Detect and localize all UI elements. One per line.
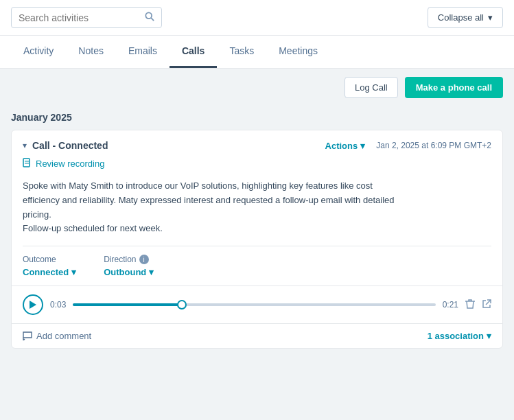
outcome-row: Outcome Connected ▾ Direction i Outbound… — [12, 246, 502, 285]
review-recording-link[interactable]: Review recording — [12, 158, 502, 176]
notes-line-4: Follow-up scheduled for next week. — [23, 222, 491, 236]
outcome-group: Outcome Connected ▾ — [23, 255, 76, 277]
tabs-bar: Activity Notes Emails Calls Tasks Meetin… — [0, 36, 514, 69]
audio-time-start: 0:03 — [50, 300, 66, 310]
collapse-all-button[interactable]: Collapse all ▾ — [428, 7, 503, 28]
tab-meetings[interactable]: Meetings — [266, 36, 330, 68]
search-input[interactable] — [19, 12, 141, 23]
top-bar: Collapse all ▾ — [0, 0, 514, 36]
outcome-value-text: Connected — [23, 267, 69, 277]
log-call-button[interactable]: Log Call — [344, 77, 398, 98]
card-header: ▾ Call - Connected Actions ▾ Jan 2, 2025… — [12, 130, 502, 158]
audio-actions — [465, 299, 491, 312]
tab-notes[interactable]: Notes — [66, 36, 116, 68]
section-title: January 2025 — [0, 106, 514, 130]
direction-dropdown[interactable]: Outbound ▾ — [104, 267, 154, 277]
collapse-all-label: Collapse all — [438, 12, 484, 23]
tab-activity[interactable]: Activity — [11, 36, 66, 68]
association-text: 1 association — [428, 331, 484, 341]
direction-group: Direction i Outbound ▾ — [104, 255, 154, 277]
call-notes: Spoke with Maty Smith to introduce our V… — [12, 176, 502, 246]
svg-line-1 — [151, 18, 154, 21]
actions-button[interactable]: Actions ▾ — [325, 141, 366, 151]
card-footer: Add comment 1 association ▾ — [12, 323, 502, 348]
card-title-left: ▾ Call - Connected — [23, 140, 108, 151]
direction-label: Direction — [104, 255, 136, 264]
card-date: Jan 2, 2025 at 6:09 PM GMT+2 — [376, 141, 491, 150]
play-button[interactable] — [23, 294, 43, 315]
audio-progress-fill — [73, 303, 181, 306]
card-expand-icon[interactable]: ▾ — [23, 141, 27, 150]
svg-rect-2 — [23, 159, 30, 167]
association-chevron-icon: ▾ — [487, 331, 491, 341]
audio-time-end: 0:21 — [443, 300, 458, 310]
audio-progress-bar[interactable] — [73, 303, 435, 306]
direction-value-text: Outbound — [104, 267, 146, 277]
outcome-chevron-icon: ▾ — [71, 267, 76, 277]
svg-marker-5 — [30, 301, 36, 309]
make-phone-call-button[interactable]: Make a phone call — [405, 77, 503, 98]
tab-emails[interactable]: Emails — [116, 36, 170, 68]
notes-line-1: Spoke with Maty Smith to introduce our V… — [23, 179, 491, 194]
card-header-right: Actions ▾ Jan 2, 2025 at 6:09 PM GMT+2 — [325, 141, 491, 151]
external-link-icon[interactable] — [482, 299, 491, 311]
recording-link-text: Review recording — [36, 159, 104, 169]
actions-chevron-icon: ▾ — [360, 141, 365, 151]
delete-recording-icon[interactable] — [465, 299, 475, 312]
card-title: Call - Connected — [32, 140, 108, 151]
direction-chevron-icon: ▾ — [149, 267, 154, 277]
action-bar: Log Call Make a phone call — [0, 69, 514, 106]
document-icon — [23, 158, 32, 170]
notes-line-2: efficiency and reliability. Maty express… — [23, 194, 491, 208]
svg-line-6 — [486, 300, 491, 305]
outcome-label: Outcome — [23, 255, 76, 264]
call-card: ▾ Call - Connected Actions ▾ Jan 2, 2025… — [11, 130, 503, 349]
audio-progress-handle[interactable] — [177, 300, 187, 310]
tab-calls[interactable]: Calls — [170, 36, 217, 68]
collapse-chevron-icon: ▾ — [488, 12, 493, 23]
svg-point-0 — [145, 12, 152, 19]
direction-info-icon[interactable]: i — [139, 255, 149, 264]
search-box[interactable] — [11, 7, 162, 28]
association-button[interactable]: 1 association ▾ — [428, 331, 491, 341]
direction-label-row: Direction i — [104, 255, 154, 264]
search-icon — [145, 12, 154, 23]
add-comment-button[interactable]: Add comment — [23, 331, 91, 341]
actions-label: Actions — [325, 141, 358, 151]
tab-tasks[interactable]: Tasks — [217, 36, 266, 68]
add-comment-label: Add comment — [36, 331, 91, 341]
audio-player: 0:03 0:21 — [12, 286, 502, 323]
notes-line-3: pricing. — [23, 208, 491, 222]
outcome-dropdown[interactable]: Connected ▾ — [23, 267, 76, 277]
